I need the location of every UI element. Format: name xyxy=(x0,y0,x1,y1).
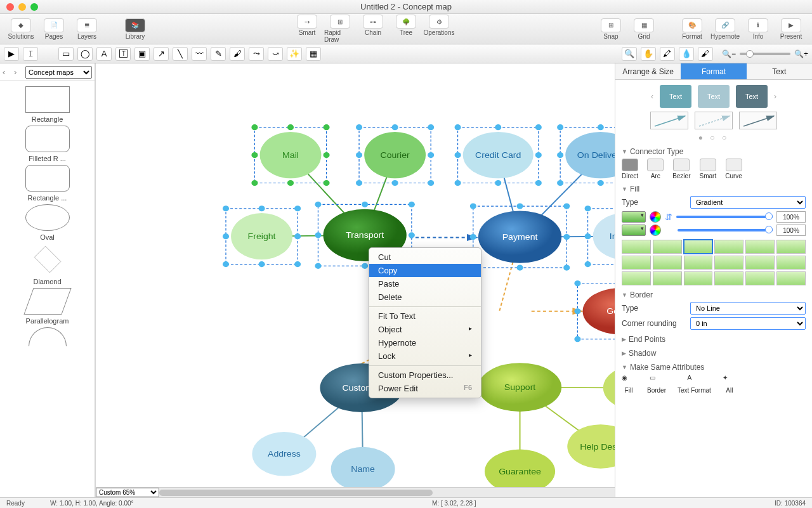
fill-type-select[interactable]: Gradient xyxy=(690,196,806,209)
style-next-button[interactable]: › xyxy=(774,92,776,101)
gradient-stop-2-color[interactable] xyxy=(622,225,646,236)
inspector-tab-text[interactable]: Text xyxy=(747,63,812,79)
snap-button[interactable]: ⊞Snap xyxy=(595,18,627,40)
rect-tool[interactable]: ▭ xyxy=(58,47,74,61)
corner-rounding-select[interactable]: 0 in xyxy=(690,317,806,330)
ctx-paste[interactable]: Paste xyxy=(369,277,481,290)
wand-tool[interactable]: ✨ xyxy=(287,47,302,61)
shapes-library-select[interactable]: Concept maps xyxy=(25,66,92,79)
shapes-forward-button[interactable]: › xyxy=(14,67,23,77)
shape-fillet[interactable]: Filleted R ... xyxy=(25,126,70,162)
ctx-hypernote[interactable]: Hypernote xyxy=(369,336,481,349)
paint-format-tool[interactable]: 🖌 xyxy=(698,47,713,61)
zoom-level-select[interactable]: Custom 65% xyxy=(96,488,159,497)
node-courier[interactable]: Courier xyxy=(364,132,426,178)
gradient-preset-12[interactable] xyxy=(622,271,651,285)
zoom-slider[interactable]: 🔍− 🔍+ xyxy=(722,49,808,58)
gradient-preset-15[interactable] xyxy=(714,271,743,285)
ctx-custom-properties-[interactable]: Custom Properties... xyxy=(369,368,481,382)
ctx-delete[interactable]: Delete xyxy=(369,290,481,304)
gradient-preset-5[interactable] xyxy=(776,240,806,254)
ops-button[interactable]: ⚙Operations xyxy=(423,15,455,43)
ctx-object[interactable]: Object xyxy=(369,323,481,336)
pointer-tool[interactable]: ▶ xyxy=(4,47,19,61)
gradient-preset-10[interactable] xyxy=(745,256,775,270)
shape-rect2[interactable]: Rectangle ... xyxy=(25,165,70,202)
text-tool[interactable]: A xyxy=(96,47,112,61)
grid-button[interactable]: ▦Grid xyxy=(628,18,660,40)
eyedropper-tool[interactable]: 💧 xyxy=(679,47,694,61)
gradient-preset-17[interactable] xyxy=(776,271,806,285)
node-service[interactable]: Service xyxy=(603,366,615,410)
connector-tool[interactable]: ⤳ xyxy=(249,47,264,61)
gradient-stop-1-wheel[interactable] xyxy=(650,211,661,223)
shapes-back-button[interactable]: ‹ xyxy=(3,67,11,77)
style-preset-2[interactable]: Text xyxy=(698,85,730,108)
gradient-preset-9[interactable] xyxy=(714,256,743,270)
section-make-same[interactable]: Make Same Attributes xyxy=(622,363,806,372)
gradient-preset-2[interactable] xyxy=(684,240,713,254)
present-button[interactable]: ▶Present xyxy=(775,18,807,40)
section-connector-type[interactable]: Connector Type xyxy=(622,147,806,156)
section-fill[interactable]: Fill xyxy=(622,185,806,193)
ellipse-tool[interactable]: ◯ xyxy=(77,47,93,61)
line-tool[interactable]: ╲ xyxy=(173,47,188,61)
node-support[interactable]: Support xyxy=(478,363,561,412)
gradient-stop-2-pct[interactable]: 100% xyxy=(776,225,806,236)
node-mail[interactable]: Mail xyxy=(260,132,322,178)
node-address[interactable]: Address xyxy=(252,432,316,476)
text-cursor-tool[interactable]: 𝙸 xyxy=(23,47,38,61)
section-end-points[interactable]: End Points xyxy=(622,335,806,344)
arrow-style-2[interactable] xyxy=(695,112,733,129)
zoom-tool[interactable]: 🔍 xyxy=(622,47,637,61)
section-border[interactable]: Border xyxy=(622,290,806,299)
pages-button[interactable]: 📄Pages xyxy=(38,18,70,40)
inspector-tab-arrange-size[interactable]: Arrange & Size xyxy=(615,63,681,79)
connector-type-arc[interactable]: Arc xyxy=(647,159,664,179)
gradient-stop-1-color[interactable] xyxy=(622,211,646,223)
smart-button[interactable]: ⇢Smart xyxy=(291,15,323,43)
pan-tool[interactable]: ✋ xyxy=(641,47,656,61)
node-invoice[interactable]: Invoice xyxy=(593,213,615,259)
connector-type-direct[interactable]: Direct xyxy=(622,159,638,179)
gradient-preset-4[interactable] xyxy=(745,240,775,254)
make-same-border[interactable]: ▭Border xyxy=(647,374,666,394)
chain-button[interactable]: ⊶Chain xyxy=(357,15,389,43)
inspector-tab-format[interactable]: Format xyxy=(681,63,746,79)
node-freight[interactable]: Freight xyxy=(231,213,292,259)
canvas-h-scrollbar[interactable] xyxy=(159,488,615,497)
shape-half[interactable] xyxy=(29,327,67,349)
style-preset-1[interactable]: Text xyxy=(660,85,691,108)
shape-para[interactable]: Parallelogram xyxy=(26,288,69,325)
arrow-style-3[interactable] xyxy=(739,112,777,129)
info-button[interactable]: ℹInfo xyxy=(742,18,774,40)
image-tool[interactable]: ▣ xyxy=(134,47,150,61)
tree-button[interactable]: 🌳Tree xyxy=(390,15,422,43)
curve-tool[interactable]: 〰 xyxy=(192,47,207,61)
make-same-all[interactable]: ✦All xyxy=(723,374,737,394)
gradient-preset-6[interactable] xyxy=(622,256,651,270)
ctx-cut[interactable]: Cut xyxy=(369,251,481,264)
hypernote-button[interactable]: 🔗Hypernote xyxy=(709,18,741,40)
pen-tool[interactable]: ✎ xyxy=(211,47,226,61)
node-goods[interactable]: Goods xyxy=(583,288,615,334)
textbox-tool[interactable]: 🅃 xyxy=(115,47,131,61)
gradient-preset-14[interactable] xyxy=(684,271,713,285)
gradient-stop-2-slider[interactable] xyxy=(678,229,773,231)
rapid-button[interactable]: ⊞Rapid Draw xyxy=(324,15,356,43)
style-preset-3[interactable]: Text xyxy=(736,85,768,108)
zoom-out-icon[interactable]: 🔍− xyxy=(722,49,736,58)
shape-oval[interactable]: Oval xyxy=(25,204,70,241)
gradient-preset-13[interactable] xyxy=(653,271,682,285)
node-helpdesk[interactable]: Help Desk xyxy=(567,424,615,469)
gradient-preset-7[interactable] xyxy=(653,256,682,270)
gradient-preset-1[interactable] xyxy=(653,240,682,254)
node-credit[interactable]: Credit Card xyxy=(463,132,534,178)
arrow-style-1[interactable] xyxy=(650,112,688,129)
node-guarantee[interactable]: Guarantee xyxy=(485,450,555,487)
library-button[interactable]: 📚 Library xyxy=(119,18,151,40)
layers-button[interactable]: ≣Layers xyxy=(71,18,103,40)
ctx-fit-to-text[interactable]: Fit To Text xyxy=(369,309,481,323)
node-payment[interactable]: Payment xyxy=(478,211,561,263)
ctx-lock[interactable]: Lock xyxy=(369,349,481,363)
